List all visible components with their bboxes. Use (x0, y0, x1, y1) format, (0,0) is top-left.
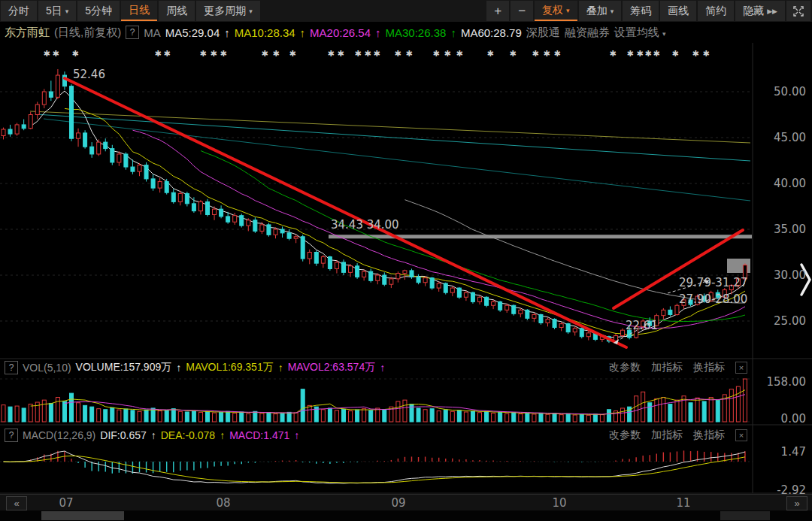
svg-text:✱: ✱ (71, 49, 78, 59)
svg-text:✱: ✱ (272, 49, 279, 59)
svg-text:✱: ✱ (626, 49, 633, 59)
macd-axis-max: 1.47 (756, 445, 806, 459)
svg-text:✱: ✱ (163, 49, 170, 59)
price-annotation: 27.90-28.00 (679, 292, 747, 306)
svg-text:✱: ✱ (220, 49, 226, 59)
price-annotation: 22.61 (626, 319, 658, 332)
price-annotation: 52.46 (73, 68, 105, 81)
trading-app: 分时 5日▾ 5分钟 日线 周线 更多周期▾ + − 复权▾ 叠加▾ 筹码 画线… (0, 0, 812, 521)
switch-indicator-button[interactable]: 换指标 (693, 429, 725, 442)
month-tick-label: 09 (391, 496, 405, 510)
scrollbar-thumb[interactable] (41, 511, 124, 520)
month-tick-label: 08 (216, 496, 230, 510)
macd-panel-header: ? MACD(12,26,9) DIF:0.657 ↑ DEA:-0.078 ↑… (0, 427, 753, 444)
trend-lines (65, 78, 743, 347)
svg-text:✱: ✱ (354, 49, 361, 59)
up-arrow-icon: ↑ (151, 429, 156, 441)
svg-text:✱: ✱ (154, 49, 161, 59)
scroll-left-button[interactable]: « (6, 496, 27, 510)
svg-text:✱: ✱ (702, 49, 709, 59)
price-tick-label: 50.00 (756, 85, 806, 98)
price-tick-label: 40.00 (756, 177, 806, 190)
svg-text:✱: ✱ (532, 49, 538, 59)
chart-scrollbar[interactable] (0, 510, 812, 521)
svg-text:✱: ✱ (543, 49, 550, 59)
help-icon[interactable]: ? (5, 361, 18, 374)
panel-tools: 改参数 加指标 换指标 × (598, 361, 753, 374)
price-tick-label: 35.00 (756, 223, 806, 236)
volume-bars-layer (2, 379, 747, 422)
svg-text:✱: ✱ (636, 49, 643, 59)
svg-text:✱: ✱ (553, 49, 560, 59)
dif-value: DIF:0.657 (100, 429, 146, 441)
volume-value: VOLUME:157.909万 (76, 361, 172, 374)
mavol1-value: MAVOL1:69.351万 (186, 361, 273, 374)
svg-text:✱: ✱ (653, 49, 659, 59)
switch-indicator-button[interactable]: 换指标 (693, 361, 725, 374)
up-arrow-icon: ↑ (220, 429, 225, 441)
mavol2-value: MAVOL2:63.574万 (288, 361, 375, 374)
scrollbar-segment[interactable] (720, 511, 770, 520)
svg-text:✱: ✱ (432, 49, 439, 59)
svg-text:✱: ✱ (444, 49, 450, 59)
dea-value: DEA:-0.078 (161, 429, 215, 441)
svg-text:✱: ✱ (364, 49, 371, 59)
panel-tools: 改参数 加指标 换指标 × (598, 429, 753, 442)
time-axis: « 0708091011 » (0, 494, 812, 511)
svg-text:✱: ✱ (43, 49, 50, 59)
macd-lines-layer (4, 451, 746, 483)
svg-text:✱: ✱ (327, 49, 334, 59)
close-icon[interactable]: × (735, 429, 747, 441)
candles-layer (2, 69, 747, 343)
change-params-button[interactable]: 改参数 (609, 361, 641, 374)
svg-text:✱: ✱ (199, 49, 206, 59)
macd-value: MACD:1.471 (229, 429, 289, 441)
svg-text:✱: ✱ (456, 49, 462, 59)
svg-text:✱: ✱ (692, 49, 698, 59)
month-tick-label: 11 (676, 496, 690, 510)
svg-text:✱: ✱ (52, 49, 59, 59)
event-markers: ✱✱✱✱✱✱✱✱✱✱✱✱✱✱✱✱✱✱✱✱✱✱✱✱✱✱✱✱✱✱✱✱✱✱ (43, 49, 709, 59)
vol-axis-max: 158.00 (756, 375, 806, 389)
add-indicator-button[interactable]: 加指标 (651, 429, 683, 442)
svg-text:✱: ✱ (210, 49, 217, 59)
month-tick-label: 07 (59, 496, 73, 510)
change-params-button[interactable]: 改参数 (609, 429, 641, 442)
volume-panel-header: ? VOL(5,10) VOLUME:157.909万 ↑ MAVOL1:69.… (0, 359, 753, 376)
help-icon[interactable]: ? (5, 429, 18, 442)
close-icon[interactable]: × (735, 362, 747, 374)
up-arrow-icon: ↑ (294, 429, 299, 441)
svg-text:✱: ✱ (644, 49, 651, 59)
svg-text:✱: ✱ (394, 49, 401, 59)
svg-text:✱: ✱ (261, 49, 268, 59)
longterm-ma-lines (30, 111, 750, 201)
macd-indicator-name: MACD(12,26,9) (23, 429, 95, 441)
svg-text:✱: ✱ (289, 49, 295, 59)
add-indicator-button[interactable]: 加指标 (651, 361, 683, 374)
price-annotation: 29.79-31.27 (679, 276, 747, 289)
vol-axis-min: 0.00 (756, 412, 806, 426)
month-tick-label: 10 (552, 496, 566, 510)
price-annotation: 34.43 34.00 (331, 218, 399, 232)
up-arrow-icon: ↑ (278, 362, 283, 374)
svg-text:✱: ✱ (671, 49, 678, 59)
svg-text:✱: ✱ (609, 49, 616, 59)
vol-indicator-name: VOL(5,10) (23, 362, 71, 374)
panel-borders (0, 43, 812, 493)
up-arrow-icon: ↑ (380, 362, 385, 374)
svg-text:✱: ✱ (337, 49, 344, 59)
scroll-right-button[interactable]: » (786, 496, 807, 510)
price-tick-label: 30.00 (756, 268, 806, 282)
price-tick-label: 25.00 (756, 314, 806, 328)
svg-text:✱: ✱ (373, 49, 380, 59)
up-arrow-icon: ↑ (176, 362, 181, 374)
svg-text:✱: ✱ (405, 49, 412, 59)
svg-text:✱: ✱ (509, 49, 516, 59)
ma-lines-layer (31, 91, 745, 338)
svg-text:✱: ✱ (486, 49, 493, 59)
price-tick-label: 45.00 (756, 131, 806, 144)
